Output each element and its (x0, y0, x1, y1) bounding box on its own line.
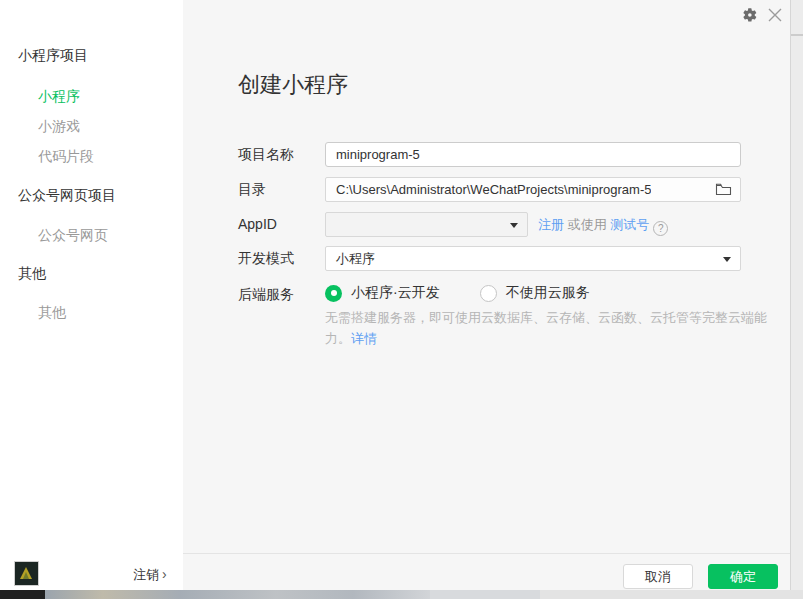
sidebar-section-official-account: 公众号网页项目 (18, 187, 116, 205)
project-name-input[interactable] (325, 142, 741, 167)
sidebar: 小程序项目 小程序 小游戏 代码片段 公众号网页项目 公众号网页 其他 其他 注… (0, 0, 183, 590)
help-icon[interactable]: ? (653, 221, 668, 236)
dev-mode-label: 开发模式 (238, 246, 323, 271)
page-title: 创建小程序 (238, 70, 348, 100)
sidebar-item-minigame[interactable]: 小游戏 (38, 118, 80, 136)
register-link[interactable]: 注册 (538, 217, 564, 232)
backend-description-line1: 无需搭建服务器，即可使用云数据库、云存储、云函数、云托管等完整云端能 (325, 307, 775, 328)
or-use-text: 或使用 (568, 217, 607, 232)
background-dark-segment (0, 590, 45, 599)
radio-unselected-icon (480, 285, 497, 302)
radio-cloud-dev[interactable]: 小程序·云开发 (325, 284, 440, 302)
close-icon[interactable] (766, 6, 784, 24)
confirm-button[interactable]: 确定 (708, 564, 778, 589)
background-mid-segment (430, 590, 540, 599)
directory-path: C:\Users\Administrator\WeChatProjects\mi… (336, 182, 651, 197)
radio-no-cloud-label: 不使用云服务 (506, 284, 590, 302)
radio-cloud-dev-label: 小程序·云开发 (351, 284, 440, 302)
background-taskbar-sliver (0, 590, 803, 599)
detail-link[interactable]: 详情 (351, 331, 377, 346)
background-right-strip (790, 0, 803, 590)
backend-description-line2: 力。详情 (325, 328, 775, 349)
chevron-down-icon (510, 223, 518, 228)
dev-mode-selected-value: 小程序 (336, 250, 375, 268)
directory-field[interactable]: C:\Users\Administrator\WeChatProjects\mi… (325, 177, 741, 202)
directory-label: 目录 (238, 177, 323, 202)
project-name-label: 项目名称 (238, 142, 323, 167)
logout-label: 注销 (133, 567, 159, 582)
sidebar-item-official-account-web[interactable]: 公众号网页 (38, 227, 108, 245)
backend-description-line2-text: 力。 (325, 331, 351, 346)
settings-gear-icon[interactable] (741, 6, 759, 24)
chevron-right-icon: › (162, 566, 167, 582)
create-miniprogram-dialog: 小程序项目 小程序 小游戏 代码片段 公众号网页项目 公众号网页 其他 其他 注… (0, 0, 790, 590)
dialog-footer: 取消 确定 (183, 553, 790, 590)
main-panel: 创建小程序 项目名称 目录 C:\Users\Administrator\WeC… (183, 0, 790, 590)
dev-mode-select[interactable]: 小程序 (325, 246, 741, 271)
sidebar-section-miniprogram-project: 小程序项目 (18, 47, 88, 65)
appid-links: 注册 或使用 测试号? (538, 212, 668, 237)
backend-options: 小程序·云开发 不使用云服务 (325, 284, 590, 302)
sidebar-item-code-snippet[interactable]: 代码片段 (38, 148, 94, 166)
sidebar-section-other: 其他 (18, 265, 46, 283)
background-window-edge (791, 34, 803, 36)
radio-no-cloud[interactable]: 不使用云服务 (480, 284, 590, 302)
background-blur-segment (45, 590, 430, 599)
sidebar-item-miniprogram[interactable]: 小程序 (38, 88, 80, 106)
cancel-button[interactable]: 取消 (623, 564, 693, 589)
backend-description: 无需搭建服务器，即可使用云数据库、云存储、云函数、云托管等完整云端能 力。详情 (325, 307, 775, 349)
logout-button[interactable]: 注销› (133, 566, 167, 584)
appid-select[interactable] (325, 212, 528, 237)
sidebar-item-other[interactable]: 其他 (38, 304, 66, 322)
backend-label: 后端服务 (238, 284, 323, 304)
folder-icon[interactable] (715, 182, 732, 200)
user-avatar[interactable] (14, 561, 39, 586)
chevron-down-icon (723, 257, 731, 262)
test-account-link[interactable]: 测试号 (610, 217, 649, 232)
radio-selected-icon (325, 285, 342, 302)
appid-label: AppID (238, 212, 323, 237)
